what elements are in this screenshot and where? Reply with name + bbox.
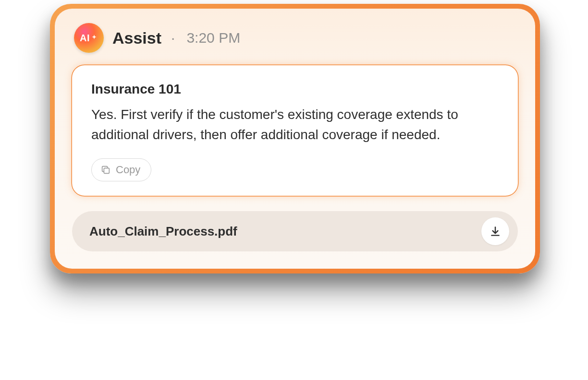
avatar-text: AI: [80, 33, 90, 44]
sender-name: Assist: [112, 29, 161, 48]
avatar-label: AI: [80, 33, 98, 44]
copy-button[interactable]: Copy: [91, 158, 151, 181]
download-button[interactable]: [481, 217, 509, 245]
assist-message-card: AI Assist · 3:20 PM Insurance 101 Yes. F…: [50, 4, 540, 273]
answer-title: Insurance 101: [91, 82, 499, 97]
sparkle-icon: [90, 34, 98, 42]
message-header: AI Assist · 3:20 PM: [72, 23, 518, 53]
separator-dot: ·: [171, 31, 175, 45]
assist-avatar: AI: [74, 23, 104, 53]
svg-rect-0: [104, 168, 109, 173]
attachment-row[interactable]: Auto_Claim_Process.pdf: [72, 211, 518, 251]
answer-body: Yes. First verify if the customer's exis…: [91, 105, 466, 145]
timestamp: 3:20 PM: [186, 30, 240, 46]
assist-message-inner: AI Assist · 3:20 PM Insurance 101 Yes. F…: [55, 9, 535, 269]
copy-icon: [100, 165, 111, 175]
answer-card: Insurance 101 Yes. First verify if the c…: [72, 65, 518, 196]
attachment-filename: Auto_Claim_Process.pdf: [89, 224, 237, 239]
download-icon: [489, 225, 502, 238]
copy-button-label: Copy: [116, 164, 140, 176]
